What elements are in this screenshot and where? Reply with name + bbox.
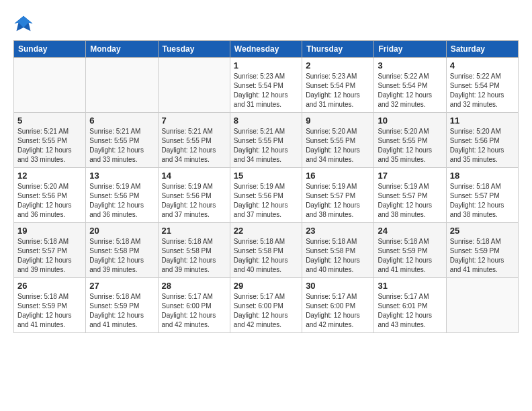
calendar-day-21: 21Sunrise: 5:18 AM Sunset: 5:58 PM Dayli… (158, 223, 230, 278)
day-info: Sunrise: 5:21 AM Sunset: 5:55 PM Dayligh… (162, 127, 226, 165)
calendar-day-25: 25Sunrise: 5:18 AM Sunset: 5:59 PM Dayli… (446, 223, 518, 278)
day-number: 4 (450, 60, 515, 71)
day-number: 18 (450, 171, 515, 181)
logo (13, 13, 36, 34)
calendar-week-row: 26Sunrise: 5:18 AM Sunset: 5:59 PM Dayli… (14, 278, 519, 333)
logo-icon (13, 13, 34, 34)
day-number: 9 (306, 116, 370, 126)
day-info: Sunrise: 5:20 AM Sunset: 5:55 PM Dayligh… (378, 127, 442, 165)
day-info: Sunrise: 5:18 AM Sunset: 5:58 PM Dayligh… (162, 237, 226, 275)
day-info: Sunrise: 5:17 AM Sunset: 6:00 PM Dayligh… (234, 292, 298, 330)
weekday-header-sunday: Sunday (14, 41, 86, 58)
day-number: 24 (378, 226, 442, 236)
day-number: 11 (450, 116, 515, 126)
day-number: 1 (234, 60, 298, 71)
page-header (13, 13, 519, 34)
calendar-day-24: 24Sunrise: 5:18 AM Sunset: 5:59 PM Dayli… (374, 223, 446, 278)
day-info: Sunrise: 5:18 AM Sunset: 5:58 PM Dayligh… (234, 237, 298, 275)
day-number: 5 (17, 116, 82, 126)
calendar-day-9: 9Sunrise: 5:20 AM Sunset: 5:55 PM Daylig… (302, 113, 374, 168)
calendar-week-row: 12Sunrise: 5:20 AM Sunset: 5:56 PM Dayli… (14, 168, 519, 223)
day-number: 10 (378, 116, 442, 126)
calendar-day-12: 12Sunrise: 5:20 AM Sunset: 5:56 PM Dayli… (14, 168, 86, 223)
day-number: 7 (162, 116, 226, 126)
day-info: Sunrise: 5:19 AM Sunset: 5:56 PM Dayligh… (234, 182, 298, 220)
day-number: 20 (89, 226, 154, 236)
svg-marker-1 (15, 16, 33, 28)
day-number: 13 (89, 171, 154, 181)
day-info: Sunrise: 5:20 AM Sunset: 5:56 PM Dayligh… (17, 182, 82, 220)
day-info: Sunrise: 5:18 AM Sunset: 5:59 PM Dayligh… (17, 292, 82, 330)
calendar-day-6: 6Sunrise: 5:21 AM Sunset: 5:55 PM Daylig… (86, 113, 158, 168)
day-number: 3 (378, 60, 442, 71)
calendar-day-11: 11Sunrise: 5:20 AM Sunset: 5:56 PM Dayli… (446, 113, 518, 168)
day-number: 12 (17, 171, 82, 181)
calendar-day-1: 1Sunrise: 5:23 AM Sunset: 5:54 PM Daylig… (230, 58, 302, 113)
calendar-day-23: 23Sunrise: 5:18 AM Sunset: 5:58 PM Dayli… (302, 223, 374, 278)
day-info: Sunrise: 5:22 AM Sunset: 5:54 PM Dayligh… (450, 72, 515, 109)
day-info: Sunrise: 5:19 AM Sunset: 5:57 PM Dayligh… (378, 182, 442, 220)
day-number: 22 (234, 226, 298, 236)
calendar-week-row: 1Sunrise: 5:23 AM Sunset: 5:54 PM Daylig… (14, 58, 519, 113)
weekday-header-monday: Monday (86, 41, 158, 58)
day-number: 29 (234, 281, 298, 291)
day-info: Sunrise: 5:21 AM Sunset: 5:55 PM Dayligh… (89, 127, 154, 165)
calendar-day-22: 22Sunrise: 5:18 AM Sunset: 5:58 PM Dayli… (230, 223, 302, 278)
calendar-day-18: 18Sunrise: 5:18 AM Sunset: 5:57 PM Dayli… (446, 168, 518, 223)
day-info: Sunrise: 5:18 AM Sunset: 5:58 PM Dayligh… (89, 237, 154, 275)
calendar-empty-cell (14, 58, 86, 113)
weekday-header-thursday: Thursday (302, 41, 374, 58)
day-number: 17 (378, 171, 442, 181)
calendar-day-17: 17Sunrise: 5:19 AM Sunset: 5:57 PM Dayli… (374, 168, 446, 223)
day-info: Sunrise: 5:17 AM Sunset: 6:00 PM Dayligh… (306, 292, 370, 330)
calendar-day-30: 30Sunrise: 5:17 AM Sunset: 6:00 PM Dayli… (302, 278, 374, 333)
calendar-day-16: 16Sunrise: 5:19 AM Sunset: 5:57 PM Dayli… (302, 168, 374, 223)
calendar-day-14: 14Sunrise: 5:19 AM Sunset: 5:56 PM Dayli… (158, 168, 230, 223)
day-info: Sunrise: 5:18 AM Sunset: 5:57 PM Dayligh… (450, 182, 515, 220)
calendar-day-3: 3Sunrise: 5:22 AM Sunset: 5:54 PM Daylig… (374, 58, 446, 113)
calendar-empty-cell (446, 278, 518, 333)
day-number: 19 (17, 226, 82, 236)
calendar-day-15: 15Sunrise: 5:19 AM Sunset: 5:56 PM Dayli… (230, 168, 302, 223)
day-number: 30 (306, 281, 370, 291)
calendar-day-5: 5Sunrise: 5:21 AM Sunset: 5:55 PM Daylig… (14, 113, 86, 168)
day-info: Sunrise: 5:20 AM Sunset: 5:56 PM Dayligh… (450, 127, 515, 165)
calendar-day-31: 31Sunrise: 5:17 AM Sunset: 6:01 PM Dayli… (374, 278, 446, 333)
day-number: 27 (89, 281, 154, 291)
calendar-day-27: 27Sunrise: 5:18 AM Sunset: 5:59 PM Dayli… (86, 278, 158, 333)
calendar-day-26: 26Sunrise: 5:18 AM Sunset: 5:59 PM Dayli… (14, 278, 86, 333)
day-info: Sunrise: 5:18 AM Sunset: 5:58 PM Dayligh… (306, 237, 370, 275)
weekday-header-tuesday: Tuesday (158, 41, 230, 58)
day-number: 6 (89, 116, 154, 126)
day-info: Sunrise: 5:22 AM Sunset: 5:54 PM Dayligh… (378, 72, 442, 109)
calendar-day-2: 2Sunrise: 5:23 AM Sunset: 5:54 PM Daylig… (302, 58, 374, 113)
day-info: Sunrise: 5:17 AM Sunset: 6:00 PM Dayligh… (162, 292, 226, 330)
day-info: Sunrise: 5:18 AM Sunset: 5:57 PM Dayligh… (17, 237, 82, 275)
day-info: Sunrise: 5:17 AM Sunset: 6:01 PM Dayligh… (378, 292, 442, 330)
day-info: Sunrise: 5:21 AM Sunset: 5:55 PM Dayligh… (234, 127, 298, 165)
day-info: Sunrise: 5:19 AM Sunset: 5:56 PM Dayligh… (89, 182, 154, 220)
day-number: 26 (17, 281, 82, 291)
calendar-week-row: 19Sunrise: 5:18 AM Sunset: 5:57 PM Dayli… (14, 223, 519, 278)
day-number: 31 (378, 281, 442, 291)
calendar-body: 1Sunrise: 5:23 AM Sunset: 5:54 PM Daylig… (14, 58, 519, 333)
calendar-day-13: 13Sunrise: 5:19 AM Sunset: 5:56 PM Dayli… (86, 168, 158, 223)
calendar-day-10: 10Sunrise: 5:20 AM Sunset: 5:55 PM Dayli… (374, 113, 446, 168)
calendar-day-4: 4Sunrise: 5:22 AM Sunset: 5:54 PM Daylig… (446, 58, 518, 113)
weekday-header-wednesday: Wednesday (230, 41, 302, 58)
calendar-day-19: 19Sunrise: 5:18 AM Sunset: 5:57 PM Dayli… (14, 223, 86, 278)
calendar-day-29: 29Sunrise: 5:17 AM Sunset: 6:00 PM Dayli… (230, 278, 302, 333)
day-info: Sunrise: 5:23 AM Sunset: 5:54 PM Dayligh… (234, 72, 298, 109)
calendar-week-row: 5Sunrise: 5:21 AM Sunset: 5:55 PM Daylig… (14, 113, 519, 168)
calendar-day-28: 28Sunrise: 5:17 AM Sunset: 6:00 PM Dayli… (158, 278, 230, 333)
day-info: Sunrise: 5:23 AM Sunset: 5:54 PM Dayligh… (306, 72, 370, 109)
weekday-header-row: SundayMondayTuesdayWednesdayThursdayFrid… (14, 41, 519, 58)
day-number: 8 (234, 116, 298, 126)
day-info: Sunrise: 5:19 AM Sunset: 5:56 PM Dayligh… (162, 182, 226, 220)
day-info: Sunrise: 5:18 AM Sunset: 5:59 PM Dayligh… (89, 292, 154, 330)
day-number: 16 (306, 171, 370, 181)
day-number: 23 (306, 226, 370, 236)
calendar-empty-cell (86, 58, 158, 113)
calendar-table: SundayMondayTuesdayWednesdayThursdayFrid… (13, 40, 519, 333)
day-number: 25 (450, 226, 515, 236)
